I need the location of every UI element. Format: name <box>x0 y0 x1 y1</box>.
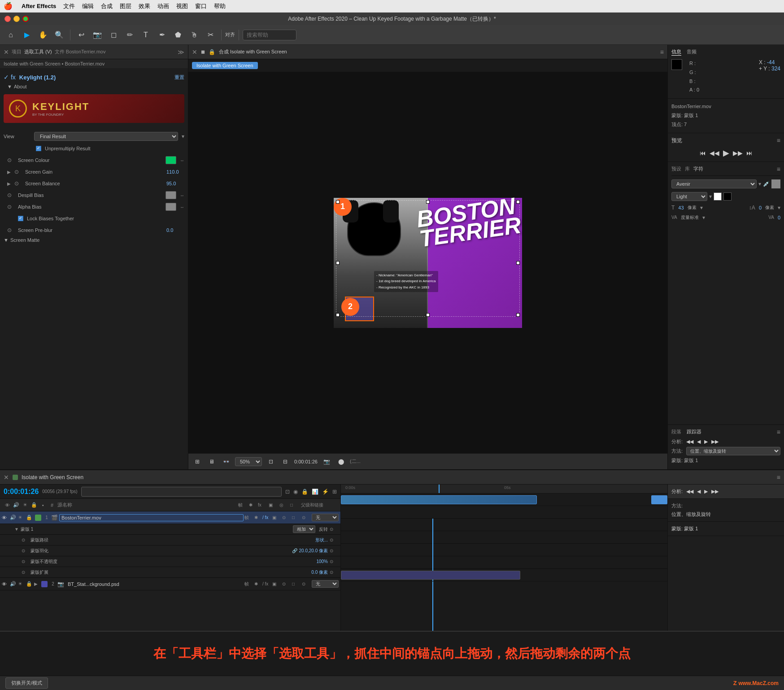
timeline-menu-btn[interactable]: ≡ <box>777 474 780 481</box>
track-clip-end[interactable] <box>651 495 667 504</box>
layer2-fx[interactable]: / fx <box>262 581 271 586</box>
expand-layer2[interactable]: ▶ <box>34 581 39 586</box>
rect-btn[interactable]: ◻ <box>106 28 121 42</box>
layer1-audio[interactable]: 🔊 <box>10 515 17 520</box>
undo-btn[interactable]: ↩ <box>74 28 88 42</box>
text-btn[interactable]: T <box>139 28 153 42</box>
screen-preblur-value[interactable]: 0.0 <box>166 227 184 233</box>
library-tab[interactable]: 库 <box>685 166 690 173</box>
timeline-timecode[interactable]: 0:00:01:26 <box>4 488 39 496</box>
shape-btn[interactable]: ⬟ <box>171 28 185 42</box>
layer2-eye[interactable]: 👁 <box>2 581 9 587</box>
tl-extra-icon[interactable]: ⊞ <box>332 489 337 495</box>
alpha-bias-arrow[interactable]: ↔ <box>180 205 184 210</box>
comp-close-btn[interactable]: ✕ <box>192 48 197 56</box>
mask-opacity-value[interactable]: 100% <box>316 559 328 564</box>
tab-project[interactable]: 项目 <box>12 48 22 55</box>
screen-colour-arrow[interactable]: ↔ <box>180 158 184 163</box>
mask-feather-value[interactable]: 20.0,20.0 像素 <box>299 548 328 554</box>
mask1-blend-select[interactable]: 相加 <box>293 525 315 533</box>
tab-file[interactable]: 文件 BostonTerrier.mov <box>55 48 106 55</box>
layer1-eye[interactable]: 👁 <box>2 515 9 520</box>
layer1-solo[interactable]: ☀ <box>18 515 25 520</box>
layer2-parent-select[interactable]: 无 <box>312 580 339 588</box>
window-controls[interactable] <box>4 16 29 22</box>
menu-animation[interactable]: 动画 <box>157 2 169 10</box>
mask-path-value[interactable]: 形状... <box>315 537 328 543</box>
handle-bm[interactable] <box>426 313 430 317</box>
handle-tm[interactable] <box>426 200 430 204</box>
kern-value[interactable]: 0 <box>778 215 780 220</box>
timeline-search-input[interactable] <box>81 487 282 497</box>
prev-back-btn[interactable]: ◀◀ <box>710 149 719 157</box>
layer1-parent-select[interactable]: 无 <box>312 514 339 521</box>
prev-play-btn[interactable]: ▶ <box>723 148 729 158</box>
handle-br[interactable] <box>516 313 520 317</box>
tl-lock-icon[interactable]: 🔒 <box>301 489 308 495</box>
apple-menu[interactable]: 🍎 <box>4 2 13 10</box>
tracker-tab[interactable]: 跟踪器 <box>687 428 701 436</box>
eyedropper-icon[interactable]: 💉 <box>763 181 770 187</box>
about-toggle[interactable]: ▼ About <box>4 83 184 91</box>
screen-colour-swatch[interactable] <box>166 156 176 164</box>
comp-3d-btn[interactable]: 👓 <box>221 456 231 467</box>
swatch-black[interactable] <box>723 192 732 201</box>
expand-balance[interactable]: ▶ <box>7 181 11 186</box>
play-btn[interactable]: ▶ <box>20 28 34 42</box>
layer2-lock[interactable]: 🔒 <box>26 581 33 587</box>
handle-mr[interactable] <box>516 261 520 265</box>
mask-expand-arrow[interactable]: ▼ <box>14 527 19 532</box>
maximize-window-btn[interactable] <box>22 16 29 22</box>
rt-analyze-play[interactable]: ▶ <box>704 489 708 494</box>
pointer-btn[interactable]: 🖱 <box>187 28 201 42</box>
reset-btn[interactable]: 重置 <box>174 74 184 81</box>
leading-value[interactable]: 0 <box>759 205 762 210</box>
view-select[interactable]: Final Result <box>34 132 178 141</box>
comp-camera-btn[interactable]: 📷 <box>321 456 332 467</box>
analyze-back-btn[interactable]: ◀ <box>697 439 701 445</box>
comp-color-btn[interactable]: ⬤ <box>335 456 346 467</box>
panel-menu-btn[interactable]: ≫ <box>178 48 184 56</box>
menu-layer[interactable]: 图层 <box>120 2 131 10</box>
comp-snap-btn[interactable]: ⊞ <box>192 456 203 467</box>
menu-after-effects[interactable]: After Effects <box>22 3 56 9</box>
menu-compose[interactable]: 合成 <box>101 2 113 10</box>
analyze-play-btn[interactable]: ▶ <box>704 439 708 445</box>
comp-display-btn[interactable]: 🖥 <box>206 456 217 467</box>
style-select[interactable]: Light <box>671 192 707 201</box>
tab-info[interactable]: 信息 <box>671 48 681 56</box>
comp-name-button[interactable]: Isolate with Green Screen <box>192 62 258 69</box>
screen-balance-value[interactable]: 95.0 <box>166 181 184 186</box>
font-size-value[interactable]: 43 <box>678 205 684 210</box>
handle-bl[interactable] <box>336 313 340 317</box>
analyze-prev-btn[interactable]: ◀◀ <box>686 439 693 445</box>
alpha-bias-swatch[interactable] <box>166 203 176 211</box>
home-btn[interactable]: ⌂ <box>4 28 18 42</box>
screen-gain-value[interactable]: 110.0 <box>166 169 184 175</box>
effects-panel-close[interactable]: ✕ <box>4 48 9 56</box>
handle-tl[interactable] <box>336 200 340 204</box>
menu-file[interactable]: 文件 <box>63 2 75 10</box>
props-menu-btn[interactable]: ≡ <box>777 166 780 173</box>
font-color-swatch[interactable] <box>771 179 780 188</box>
tl-solo-icon[interactable]: ◉ <box>293 489 298 495</box>
keyframe-marker-4[interactable] <box>432 556 433 631</box>
fx-checkbox[interactable]: ✓ fx <box>4 74 16 81</box>
menu-edit[interactable]: 编辑 <box>82 2 94 10</box>
hand-tool-btn[interactable]: ✋ <box>36 28 50 42</box>
brush-btn[interactable]: ✒ <box>155 28 169 42</box>
despill-bias-swatch[interactable] <box>166 191 176 199</box>
layer1-fx[interactable]: / fx <box>262 515 271 520</box>
layer2-audio[interactable]: 🔊 <box>10 581 17 587</box>
mask-expand-value[interactable]: 0.0 像素 <box>311 569 328 576</box>
tl-graph-icon[interactable]: 📊 <box>312 489 318 495</box>
menu-effects[interactable]: 效果 <box>139 2 150 10</box>
pen-btn[interactable]: ✏ <box>122 28 137 42</box>
menu-window[interactable]: 窗口 <box>195 2 207 10</box>
comp-safe-btn[interactable]: ⊟ <box>280 456 291 467</box>
analyze-fwd-btn[interactable]: ▶▶ <box>711 439 719 445</box>
screen-matte-toggle[interactable]: ▼ Screen Matte <box>0 236 188 244</box>
rt-analyze-back[interactable]: ◀ <box>697 489 701 494</box>
prev-forward-btn[interactable]: ▶▶ <box>733 149 743 157</box>
minimize-window-btn[interactable] <box>13 16 20 22</box>
